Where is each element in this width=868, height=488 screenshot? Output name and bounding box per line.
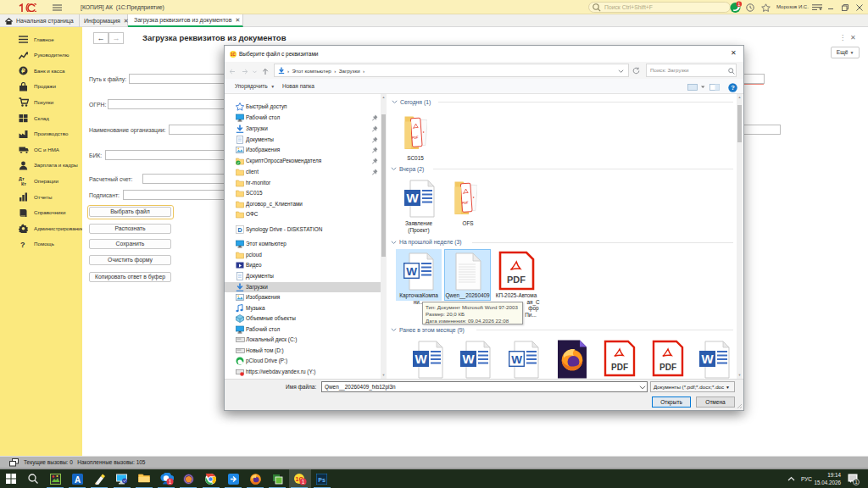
svg-text:D: D	[237, 227, 242, 233]
svg-text:W: W	[511, 353, 522, 366]
svg-text:Кт: Кт	[21, 181, 26, 186]
svg-text:1: 1	[169, 479, 172, 485]
svg-text:W: W	[406, 265, 417, 278]
svg-text:1С: 1С	[231, 53, 236, 57]
svg-text:₽: ₽	[21, 68, 25, 74]
svg-text:1: 1	[302, 479, 305, 485]
svg-text:PDF: PDF	[611, 363, 628, 372]
svg-text:A: A	[75, 474, 81, 484]
svg-text:1: 1	[854, 480, 857, 485]
svg-text:PDF: PDF	[461, 200, 469, 205]
svg-text:W: W	[462, 352, 475, 366]
svg-text:W: W	[406, 191, 419, 205]
svg-text:PDF: PDF	[507, 274, 526, 285]
svg-text:?: ?	[731, 84, 735, 92]
svg-text:Ps: Ps	[318, 476, 326, 482]
svg-text:1: 1	[737, 2, 740, 7]
svg-text:?: ?	[20, 241, 25, 249]
svg-text:W: W	[701, 352, 714, 366]
svg-text:PDF: PDF	[411, 135, 419, 140]
svg-text:W: W	[415, 352, 427, 366]
svg-text:PDF: PDF	[659, 363, 676, 372]
